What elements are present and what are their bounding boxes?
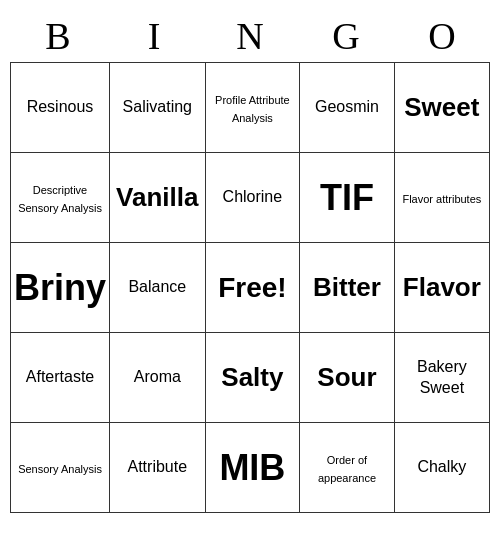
table-cell: Flavor attributes <box>394 153 489 243</box>
table-cell: Chalky <box>394 423 489 513</box>
table-cell: Sweet <box>394 63 489 153</box>
table-cell: Bakery Sweet <box>394 333 489 423</box>
table-cell: Vanilla <box>110 153 206 243</box>
table-cell: Bitter <box>300 243 395 333</box>
table-cell: TIF <box>300 153 395 243</box>
table-cell: Sensory Analysis <box>11 423 110 513</box>
header-letter: O <box>394 10 490 62</box>
header-letter: N <box>202 10 298 62</box>
table-cell: Attribute <box>110 423 206 513</box>
table-cell: Salivating <box>110 63 206 153</box>
table-cell: Briny <box>11 243 110 333</box>
table-row: BrinyBalanceFree!BitterFlavor <box>11 243 490 333</box>
header-letter: G <box>298 10 394 62</box>
table-cell: Salty <box>205 333 300 423</box>
header-letter: I <box>106 10 202 62</box>
bingo-grid: ResinousSalivatingProfile Attribute Anal… <box>10 62 490 513</box>
table-row: ResinousSalivatingProfile Attribute Anal… <box>11 63 490 153</box>
table-cell: Balance <box>110 243 206 333</box>
table-cell: Descriptive Sensory Analysis <box>11 153 110 243</box>
table-cell: Order of appearance <box>300 423 395 513</box>
table-cell: Free! <box>205 243 300 333</box>
header-letter: B <box>10 10 106 62</box>
bingo-card: BINGO ResinousSalivatingProfile Attribut… <box>10 10 490 513</box>
table-row: Sensory AnalysisAttributeMIBOrder of app… <box>11 423 490 513</box>
table-cell: Sour <box>300 333 395 423</box>
table-cell: Chlorine <box>205 153 300 243</box>
bingo-header: BINGO <box>10 10 490 62</box>
table-cell: Resinous <box>11 63 110 153</box>
table-row: AftertasteAromaSaltySourBakery Sweet <box>11 333 490 423</box>
table-row: Descriptive Sensory AnalysisVanillaChlor… <box>11 153 490 243</box>
table-cell: MIB <box>205 423 300 513</box>
table-cell: Profile Attribute Analysis <box>205 63 300 153</box>
table-cell: Aroma <box>110 333 206 423</box>
table-cell: Flavor <box>394 243 489 333</box>
table-cell: Aftertaste <box>11 333 110 423</box>
table-cell: Geosmin <box>300 63 395 153</box>
